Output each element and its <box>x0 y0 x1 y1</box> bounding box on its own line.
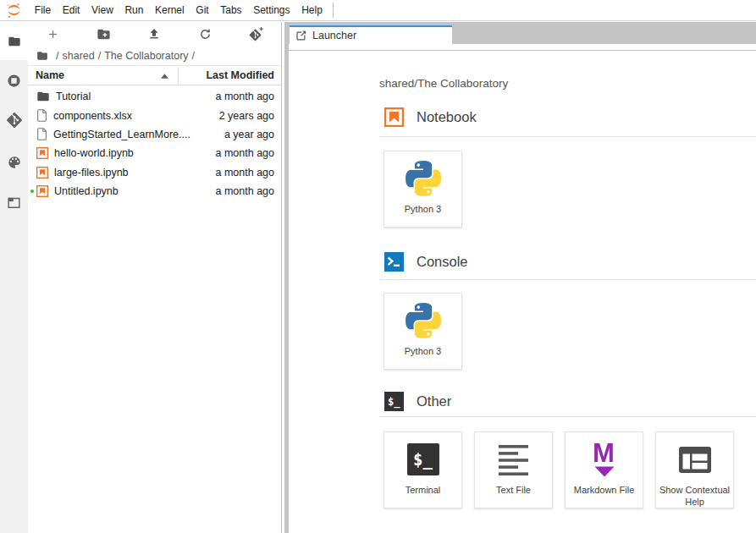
menu-separator <box>333 3 334 18</box>
file-list-header: Name Last Modified <box>28 66 281 85</box>
toolbar-button-upload[interactable] <box>130 22 180 46</box>
breadcrumb-separator: / <box>98 50 101 62</box>
sidebar-tab-running-sessions[interactable] <box>0 65 28 96</box>
home-folder-icon[interactable] <box>36 50 48 62</box>
card-row: Python 3 <box>384 151 756 228</box>
toolbar-button-refresh[interactable] <box>179 22 230 46</box>
tab-bar-gap <box>289 44 756 50</box>
toolbar-button-git-clone[interactable] <box>230 22 281 46</box>
launcher-card-python-3[interactable]: Python 3 <box>384 293 462 370</box>
file-row-large-files.ipynb[interactable]: large-files.ipynba month ago <box>28 163 281 182</box>
section-title: Console <box>417 254 468 270</box>
notebook-icon <box>36 167 48 179</box>
menu-file[interactable]: File <box>29 0 57 21</box>
file-browser-toolbar <box>28 22 281 46</box>
launcher-card-text-file[interactable]: Text File <box>474 431 553 508</box>
tabs-icon <box>7 195 21 210</box>
launcher-sections: NotebookPython 3ConsolePython 3$_Other$_… <box>379 107 756 508</box>
running-icon <box>6 73 22 89</box>
tab-launcher[interactable]: Launcher <box>290 25 452 44</box>
card-row: $_TerminalText FileMMarkdown FileShow Co… <box>384 431 756 508</box>
launcher-card-markdown-file[interactable]: MMarkdown File <box>565 431 643 508</box>
file-name: Tutorial <box>56 91 216 102</box>
text-file-icon <box>499 439 529 480</box>
file-name: components.xlsx <box>53 110 219 122</box>
file-name: Untitled.ipynb <box>54 185 216 197</box>
section-header: Console <box>384 252 756 272</box>
launcher-section-console: ConsolePython 3 <box>379 252 756 370</box>
file-row-Untitled.ipynb[interactable]: Untitled.ipynba month ago <box>28 182 281 201</box>
contextual-help-icon <box>679 439 711 480</box>
column-header-last-modified[interactable]: Last Modified <box>179 69 281 81</box>
menu-items: FileEditViewRunKernelGitTabsSettingsHelp <box>29 0 328 20</box>
file-name: hello-world.ipynb <box>54 147 216 159</box>
jupyter-logo-icon[interactable] <box>7 3 21 18</box>
launcher-section-other: $_Other$_TerminalText FileMMarkdown File… <box>379 392 756 508</box>
kernel-running-dot <box>30 190 34 193</box>
menu-edit[interactable]: Edit <box>57 0 86 21</box>
breadcrumb-segment[interactable]: The Collaboratory <box>104 50 188 62</box>
folder-icon <box>8 35 21 48</box>
toolbar-button-new-folder[interactable] <box>79 22 130 46</box>
palette-icon <box>7 155 22 170</box>
section-title: Notebook <box>417 109 477 125</box>
breadcrumb-segment[interactable]: shared <box>62 50 94 62</box>
file-row-GettingStarted_LearnMore....[interactable]: GettingStarted_LearnMore....a year ago <box>28 125 281 144</box>
file-name: GettingStarted_LearnMore.... <box>53 129 224 140</box>
launcher-card-show-contextual-help[interactable]: Show Contextual Help <box>655 431 734 508</box>
menu-kernel[interactable]: Kernel <box>149 0 190 21</box>
launcher-card-python-3[interactable]: Python 3 <box>384 151 462 228</box>
menu-settings[interactable]: Settings <box>247 0 295 21</box>
main-dock-panel: Launcher shared/The Collaboratory Notebo… <box>284 22 756 533</box>
upload-icon <box>147 27 161 41</box>
file-browser-panel: /shared/The Collaboratory/ Name Last Mod… <box>28 22 282 533</box>
menu-bar: FileEditViewRunKernelGitTabsSettingsHelp <box>0 0 756 21</box>
launcher-card-terminal[interactable]: $_Terminal <box>384 431 462 508</box>
card-label: Python 3 <box>403 204 443 216</box>
file-row-components.xlsx[interactable]: components.xlsx2 years ago <box>28 106 281 124</box>
menu-help[interactable]: Help <box>295 0 328 21</box>
terminal-small-icon: $_ <box>384 392 404 411</box>
svg-text:M: M <box>593 441 615 468</box>
section-title: Other <box>417 393 451 409</box>
python-icon <box>406 300 441 341</box>
git-icon <box>7 113 22 128</box>
sidebar-tab-open-tabs[interactable] <box>0 187 28 217</box>
new-launcher-icon <box>47 28 59 41</box>
card-label: Markdown File <box>572 485 637 497</box>
file-icon <box>36 128 47 140</box>
file-modified: a month ago <box>216 91 282 102</box>
launcher: shared/The Collaboratory NotebookPython … <box>289 51 756 533</box>
section-header: $_Other <box>384 392 756 411</box>
file-row-hello-world.ipynb[interactable]: hello-world.ipynba month ago <box>28 144 281 162</box>
menu-run[interactable]: Run <box>119 0 150 21</box>
markdown-icon: M <box>593 439 616 480</box>
launcher-cwd: shared/The Collaboratory <box>379 77 756 91</box>
menu-view[interactable]: View <box>86 0 119 21</box>
notebook-section-icon <box>384 107 404 127</box>
column-header-name[interactable]: Name <box>28 67 179 84</box>
breadcrumb: /shared/The Collaboratory/ <box>28 46 281 66</box>
new-folder-icon <box>97 27 111 41</box>
sidebar-tab-file-browser[interactable] <box>0 22 28 60</box>
card-row: Python 3 <box>384 293 756 370</box>
menu-git[interactable]: Git <box>190 0 215 21</box>
console-icon <box>384 252 404 272</box>
sidebar-tab-command-palette[interactable] <box>0 147 28 178</box>
section-divider <box>379 136 756 137</box>
file-modified: a year ago <box>224 129 281 140</box>
file-row-Tutorial[interactable]: Tutoriala month ago <box>28 87 281 106</box>
terminal-icon: $_ <box>407 439 439 480</box>
svg-text:$_: $_ <box>388 396 400 409</box>
sidebar-tab-git[interactable] <box>0 105 28 135</box>
toolbar-button-new-launcher[interactable] <box>28 22 79 46</box>
section-header: Notebook <box>384 107 756 127</box>
file-modified: 2 years ago <box>219 110 281 122</box>
left-sidebar <box>0 22 28 533</box>
file-modified: a month ago <box>216 147 282 159</box>
menu-tabs[interactable]: Tabs <box>214 0 247 21</box>
file-list: Tutoriala month agocomponents.xlsx2 year… <box>28 85 281 201</box>
dock-tab-bar: Launcher <box>289 22 756 44</box>
folder-icon <box>36 90 50 103</box>
breadcrumb-separator: / <box>192 50 195 62</box>
